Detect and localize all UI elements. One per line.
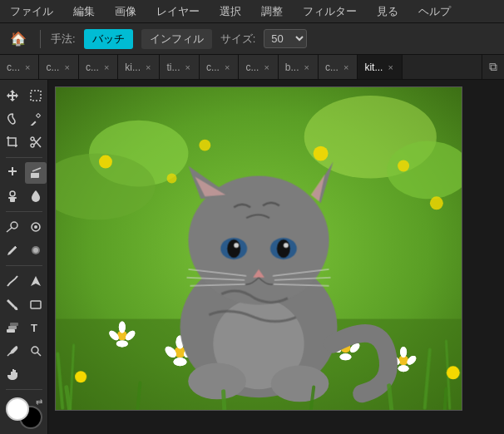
menu-filter[interactable]: フィルター	[299, 2, 360, 21]
scissors-tool[interactable]	[25, 131, 47, 153]
dodge-tool[interactable]	[2, 216, 23, 238]
lasso-tool[interactable]	[2, 108, 23, 130]
svg-text:T: T	[31, 322, 37, 334]
color-swatches: ⇄	[6, 397, 42, 430]
new-window-button[interactable]: ⧉	[482, 55, 504, 80]
heal-tool[interactable]	[2, 162, 23, 184]
pen-tool[interactable]	[2, 239, 23, 261]
tab-8[interactable]: c...×	[319, 55, 358, 80]
tab-close-4[interactable]: ×	[183, 62, 191, 72]
rectangle-tool[interactable]	[25, 293, 47, 315]
tab-5[interactable]: c...×	[200, 55, 239, 80]
menu-adjust[interactable]: 調整	[258, 2, 286, 21]
infill-button[interactable]: インフィル	[141, 29, 212, 49]
blur-tool[interactable]	[25, 239, 47, 261]
tab-close-1[interactable]: ×	[62, 62, 71, 72]
tab-1[interactable]: c...×	[39, 55, 78, 80]
menu-file[interactable]: ファイル	[7, 2, 57, 21]
svg-rect-24	[7, 329, 15, 333]
menu-edit[interactable]: 編集	[70, 2, 98, 21]
text-tool[interactable]: T	[25, 317, 47, 338]
svg-point-17	[11, 222, 17, 229]
tab-6[interactable]: c...×	[239, 55, 278, 80]
tab-label-7: b...	[285, 62, 299, 73]
eraser-tool[interactable]	[25, 162, 47, 184]
tabbar: c...× c...× c...× ki...× ti...× c...× c.…	[0, 55, 504, 80]
hand-tool[interactable]	[2, 363, 23, 385]
svg-point-14	[10, 191, 15, 196]
tab-label-1: c...	[46, 62, 59, 73]
svg-point-108	[284, 243, 289, 248]
svg-point-116	[188, 362, 246, 399]
tab-4[interactable]: ti...×	[160, 55, 199, 80]
foreground-color-swatch[interactable]	[6, 397, 29, 421]
canvas-area	[48, 80, 504, 434]
tab-7[interactable]: b...×	[279, 55, 319, 80]
magic-wand-tool[interactable]	[25, 108, 47, 130]
canvas-image[interactable]	[55, 86, 462, 411]
adjust-tool[interactable]	[25, 216, 47, 238]
drop-tool[interactable]	[25, 185, 47, 207]
tab-close-3[interactable]: ×	[144, 62, 152, 72]
tab-3[interactable]: ki...×	[118, 55, 160, 80]
paint-bucket-tool[interactable]	[2, 293, 23, 315]
svg-point-55	[116, 340, 128, 347]
zoom-tool[interactable]	[25, 340, 47, 362]
svg-point-42	[430, 196, 443, 210]
svg-point-41	[167, 173, 177, 183]
tab-close-8[interactable]: ×	[342, 62, 350, 72]
svg-point-39	[314, 146, 329, 161]
move-layer-tool[interactable]	[2, 317, 23, 338]
menu-layer[interactable]: レイヤー	[153, 2, 203, 21]
tool-row-12	[2, 363, 47, 385]
menubar: ファイル 編集 画像 レイヤー 選択 調整 フィルター 見る ヘルプ	[0, 0, 504, 23]
marquee-tool[interactable]	[25, 85, 47, 106]
tool-row-3	[2, 131, 47, 153]
crop-tool[interactable]	[2, 131, 23, 153]
swap-colors-icon[interactable]: ⇄	[36, 397, 42, 407]
tab-close-6[interactable]: ×	[262, 62, 270, 72]
tab-close-0[interactable]: ×	[23, 62, 32, 72]
svg-point-64	[174, 358, 187, 366]
toolbar: 🏠 手法: バッチ インフィル サイズ: 50 25 75 100	[0, 23, 504, 55]
tool-separator-4	[6, 389, 42, 390]
svg-point-53	[119, 322, 126, 333]
tab-close-7[interactable]: ×	[303, 62, 311, 72]
size-label: サイズ:	[220, 32, 256, 47]
tool-row-1	[2, 85, 47, 106]
menu-select[interactable]: 選択	[216, 2, 245, 21]
svg-point-107	[234, 243, 239, 248]
tab-label-0: c...	[7, 62, 20, 73]
svg-point-38	[199, 140, 210, 151]
tool-row-6	[2, 216, 47, 238]
tab-label-4: ti...	[166, 62, 180, 73]
tab-close-2[interactable]: ×	[102, 62, 111, 72]
menu-help[interactable]: ヘルプ	[415, 2, 454, 21]
tab-9[interactable]: kit...×	[358, 55, 402, 80]
svg-point-91	[398, 365, 409, 372]
tool-row-2	[2, 108, 47, 130]
cat-scene-svg	[56, 87, 462, 410]
tab-close-5[interactable]: ×	[223, 62, 231, 72]
svg-line-30	[37, 353, 41, 356]
sharpen-tool[interactable]	[25, 270, 47, 292]
tool-separator-3	[6, 265, 42, 266]
svg-point-20	[34, 225, 37, 229]
tab-close-9[interactable]: ×	[386, 62, 394, 72]
move-tool[interactable]	[2, 85, 23, 106]
home-button[interactable]: 🏠	[7, 27, 30, 51]
patch-button[interactable]: バッチ	[84, 29, 133, 49]
stamp-tool[interactable]	[2, 185, 23, 207]
size-select[interactable]: 50 25 75 100	[264, 29, 307, 48]
smudge-tool[interactable]	[2, 270, 23, 292]
menu-image[interactable]: 画像	[111, 2, 140, 21]
tab-2[interactable]: c...×	[79, 55, 118, 80]
tool-row-9	[2, 293, 47, 315]
svg-rect-25	[8, 326, 17, 329]
tab-label-9: kit...	[364, 62, 383, 73]
eyedropper-tool[interactable]	[2, 340, 23, 362]
svg-rect-26	[10, 323, 18, 326]
svg-line-28	[7, 353, 11, 356]
menu-view[interactable]: 見る	[373, 2, 402, 21]
tab-0[interactable]: c...×	[0, 55, 39, 80]
